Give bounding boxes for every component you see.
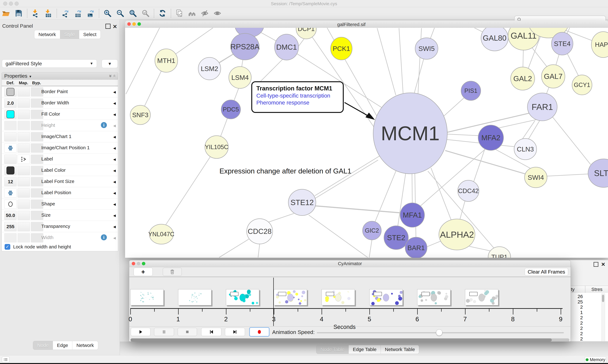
cyanimator-titlebar[interactable]: CyAnimator [129,260,571,267]
node-swi5[interactable]: SWI5 [415,38,438,59]
add-frame-button[interactable]: + [134,268,153,276]
property-row-width[interactable]: Widthi◂ [2,232,118,243]
node-ste12[interactable]: STE12 [288,189,316,216]
frame-thumbnail-1[interactable] [178,289,211,305]
show-icon[interactable] [213,9,222,18]
def-cell[interactable] [4,132,17,141]
pause-button[interactable] [154,328,174,336]
memory-button[interactable]: Memory [585,357,606,363]
property-row-image-chart-1[interactable]: Image/Chart 1◂ [2,131,118,142]
collapse-all-icon[interactable]: » [111,75,117,77]
expand-arrow-icon[interactable]: ◂ [113,111,116,117]
float-panel-icon[interactable] [594,262,598,267]
node-cln3[interactable]: CLN3 [514,139,537,160]
export-table-icon[interactable] [73,9,82,18]
node-pdc5[interactable]: PDC5 [221,100,240,119]
expand-arrow-icon[interactable]: ◂ [113,179,116,185]
expand-arrow-icon[interactable]: ◂ [113,212,116,218]
def-cell[interactable] [4,110,17,119]
edge[interactable] [553,117,591,164]
expand-arrow-icon[interactable]: ◂ [113,89,116,95]
node-gcy1[interactable]: GCY1 [572,75,592,95]
tab-node[interactable]: Node [33,341,53,350]
def-cell[interactable] [4,233,17,242]
property-row-image-chart-position-1[interactable]: Image/Chart Position 1◂ [2,142,118,154]
node-ste4[interactable]: STE4 [552,32,573,55]
edge[interactable] [460,200,465,220]
edge[interactable] [313,160,378,200]
expand-arrow-icon[interactable]: ◂ [113,100,116,106]
minimize-icon[interactable] [132,22,136,26]
table-cell[interactable]: 2 [570,315,583,320]
property-row-label[interactable]: Label◂ [2,154,118,165]
zoom-icon[interactable] [138,22,141,26]
expand-arrow-icon[interactable]: ◂ [113,156,116,162]
def-cell[interactable] [4,200,17,209]
table-cell[interactable]: 26 [570,294,583,299]
expand-arrow-icon[interactable]: ◂ [113,235,116,241]
table-cell[interactable]: 2 [570,331,583,336]
close-icon[interactable] [127,22,131,26]
horizontal-scrollbar[interactable] [130,338,569,341]
edge[interactable] [369,240,372,258]
tab-edge[interactable]: Edge [53,341,72,350]
edge[interactable] [309,215,368,258]
table-cell[interactable]: 25 [570,299,583,305]
node-swi4[interactable]: SWI4 [525,167,547,188]
annotation-link[interactable]: Pheromone response [256,99,343,106]
edge[interactable] [315,156,380,196]
property-row-height[interactable]: Heighti◂ [2,120,118,131]
zoom-in-icon[interactable] [103,9,112,18]
def-cell[interactable]: 2.0 [4,99,17,108]
export-image-icon[interactable] [86,9,95,18]
table-header[interactable]: ity Stres [570,286,608,293]
close-panel-icon[interactable]: ✕ [113,23,117,30]
def-cell[interactable]: 12 [4,177,17,186]
property-row-label-position[interactable]: Label Position◂ [2,187,118,198]
property-row-border-paint[interactable]: Border Paint◂ [2,86,118,97]
info-icon[interactable]: i [101,122,107,128]
annotation-box[interactable]: Transcription factor MCM1 Cell-type-spec… [251,81,344,113]
properties-header[interactable]: Properties ▼ » » [1,72,118,79]
export-network-icon[interactable] [61,9,70,18]
node-mth1[interactable]: MTH1 [155,49,178,72]
import-table-icon[interactable] [44,9,53,18]
node-dcp1[interactable]: DCP1 [296,28,316,39]
edge[interactable] [447,134,479,136]
node-ynl047c[interactable]: YNL047C [148,224,175,244]
tab-network-table[interactable]: Network Table [381,345,419,354]
node-pck1[interactable]: PCK1 [331,37,352,60]
map-cell[interactable] [18,132,30,141]
table-cell[interactable]: 2 [570,325,583,331]
map-cell[interactable] [18,143,30,153]
map-cell[interactable] [18,177,30,186]
edge[interactable] [522,121,535,140]
edge[interactable] [547,174,589,176]
edge[interactable] [418,28,421,94]
edge[interactable] [427,241,442,247]
node-mfa2[interactable]: MFA2 [478,125,503,150]
tab-style[interactable]: Style [60,30,79,39]
map-cell[interactable] [18,222,30,231]
node-gal80[interactable]: GAL80 [481,28,508,51]
node-slt2[interactable]: SLT2 [588,159,608,187]
playhead[interactable] [273,278,274,326]
map-cell[interactable] [18,99,30,108]
map-cell[interactable] [18,110,30,119]
panel-menu-button[interactable] [2,356,10,363]
node-cdc28[interactable]: CDC28 [247,219,273,244]
node-gic2[interactable]: GIC2 [363,221,381,240]
edge[interactable] [375,170,396,222]
expand-arrow-icon[interactable]: ◂ [113,123,116,129]
expand-arrow-icon[interactable]: ◂ [113,224,116,230]
def-cell[interactable]: 50.0 [4,211,17,220]
table-cell[interactable]: 2 [570,336,583,341]
first-neighbors-icon[interactable] [188,9,196,18]
edge[interactable] [165,147,217,226]
edge[interactable] [377,28,396,95]
tab-network[interactable]: Network [34,30,60,39]
timeline[interactable]: 0123456789 Seconds [129,277,571,326]
map-cell[interactable] [18,200,30,209]
edge[interactable] [315,206,401,213]
zoom-selected-icon[interactable] [141,9,150,18]
